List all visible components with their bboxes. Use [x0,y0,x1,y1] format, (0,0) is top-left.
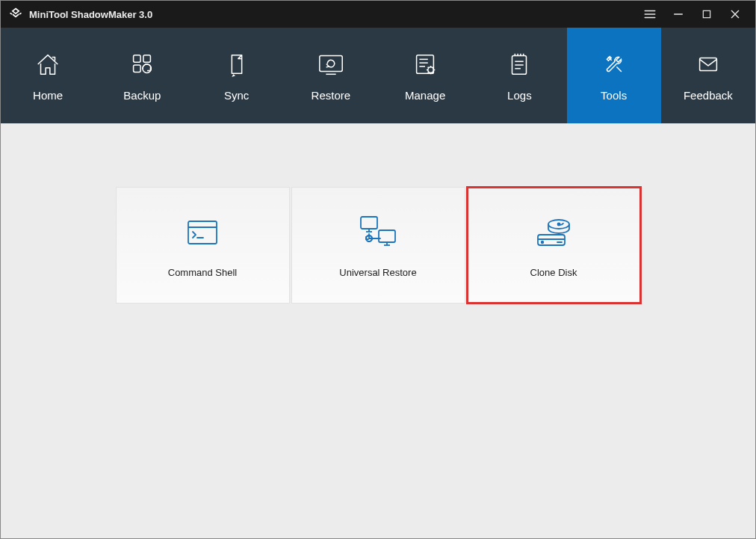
nav-home[interactable]: Home [1,28,95,123]
nav-backup[interactable]: Backup [95,28,189,123]
app-logo-icon [8,7,23,22]
manage-icon [410,50,440,78]
svg-rect-30 [379,230,395,242]
svg-line-22 [616,67,621,71]
tool-clone-disk[interactable]: Clone Disk [467,187,641,304]
restore-icon [315,50,347,78]
nav-feedback[interactable]: Feedback [661,28,755,123]
maximize-button[interactable] [693,1,721,28]
feedback-icon [693,50,723,78]
svg-rect-27 [361,217,377,229]
nav-feedback-label: Feedback [684,89,733,102]
backup-icon [127,50,157,78]
tool-universal-restore[interactable]: Universal Restore [291,187,465,304]
close-button[interactable] [721,1,749,28]
svg-rect-23 [699,58,716,70]
nav-manage-label: Manage [405,89,445,102]
svg-rect-4 [703,10,710,17]
command-shell-icon [184,213,221,252]
svg-point-38 [542,241,544,243]
minimize-button[interactable] [664,1,693,28]
svg-rect-7 [134,55,141,62]
nav-home-label: Home [33,89,63,102]
nav-logs-label: Logs [507,89,532,102]
tool-command-shell-label: Command Shell [168,267,238,278]
logs-icon [504,50,534,78]
nav-restore[interactable]: Restore [284,28,378,123]
app-title: MiniTool ShadowMaker 3.0 [29,9,152,20]
svg-rect-13 [417,55,434,73]
nav-sync-label: Sync [224,89,249,102]
svg-rect-9 [134,64,141,72]
nav-logs[interactable]: Logs [472,28,566,123]
nav-sync[interactable]: Sync [190,28,284,123]
tool-command-shell[interactable]: Command Shell [116,187,290,304]
tool-universal-restore-label: Universal Restore [339,267,416,278]
nav-manage[interactable]: Manage [378,28,472,123]
tool-clone-disk-label: Clone Disk [530,267,577,278]
nav-tools[interactable]: Tools [567,28,661,123]
nav-restore-label: Restore [312,89,351,102]
home-icon [33,50,63,78]
svg-rect-24 [188,221,217,244]
nav-backup-label: Backup [123,89,161,102]
menu-button[interactable] [636,1,664,28]
nav-tools-label: Tools [601,89,627,102]
svg-rect-11 [320,55,342,71]
svg-rect-8 [143,55,151,62]
titlebar: MiniTool ShadowMaker 3.0 [1,1,755,28]
navbar: Home Backup Sync Restore [1,28,755,123]
clone-disk-icon [532,213,575,252]
tools-tile-row: Command Shell Universal Restore [115,187,642,304]
tools-panel: Command Shell Universal Restore [1,123,755,538]
sync-icon [222,50,252,78]
tools-icon [599,50,629,78]
universal-restore-icon [356,213,400,252]
